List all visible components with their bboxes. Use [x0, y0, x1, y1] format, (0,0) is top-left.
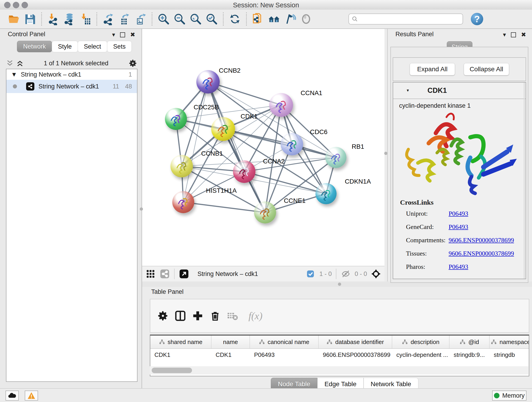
panel-float-icon[interactable] — [120, 32, 125, 37]
control-panel-tabs: NetworkStyleSelectSets — [17, 41, 132, 52]
homes-icon[interactable] — [267, 12, 281, 26]
birds-eye-grid-icon[interactable] — [145, 269, 156, 279]
gear-icon[interactable] — [156, 309, 170, 323]
node-label-CDC6: CDC6 — [310, 128, 327, 136]
panel-close-icon[interactable]: ✖ — [130, 31, 135, 38]
edge-RB1-CCNA2[interactable] — [244, 157, 336, 172]
cell-database-identifier[interactable]: 9606.ENSP00000378699 — [319, 349, 392, 361]
edge-HIST1H1A-CCNE1[interactable] — [183, 202, 265, 212]
help-icon[interactable]: ? — [471, 13, 483, 25]
column-header-database-identifier[interactable]: database identifier — [319, 336, 392, 348]
zoom-out-icon[interactable] — [173, 12, 186, 26]
node-CDC25B[interactable] — [165, 108, 187, 130]
gear-icon[interactable] — [128, 59, 138, 68]
expand-all-icon[interactable] — [16, 60, 24, 67]
section-collapse-icon[interactable]: ▼ — [406, 89, 410, 93]
crosslink-link[interactable]: 9606.ENSP00000378699 — [449, 236, 514, 244]
column-header-namespace[interactable]: namespace — [490, 336, 529, 348]
collapse-all-icon[interactable] — [6, 60, 14, 67]
fit-content-crosshair-icon[interactable] — [371, 269, 381, 279]
table-horizontal-scrollbar[interactable] — [150, 366, 528, 375]
node-CDK1[interactable] — [211, 117, 235, 141]
export-table-icon[interactable] — [118, 12, 131, 26]
cloud-button[interactable] — [6, 390, 19, 401]
columns-icon[interactable] — [173, 309, 187, 323]
trash-icon[interactable] — [208, 309, 222, 323]
import-table-icon[interactable] — [78, 12, 92, 26]
gene-section-header[interactable]: ▼ CDK1 — [393, 83, 526, 99]
node-CCNB2[interactable] — [196, 70, 220, 94]
cell-shared-name[interactable]: CDK1 — [150, 349, 211, 361]
memory-button[interactable]: Memory — [492, 390, 526, 401]
node-CCNA2[interactable] — [233, 160, 255, 183]
node-CDC6[interactable] — [281, 133, 303, 155]
hidden-eye-icon[interactable] — [341, 269, 351, 279]
panel-close-icon[interactable]: ✖ — [521, 31, 526, 38]
tab-sets[interactable]: Sets — [107, 41, 132, 52]
cell-description[interactable]: cyclin-dependent ... — [392, 349, 450, 361]
crosslink-link[interactable]: P06493 — [449, 210, 468, 217]
panel-menu-icon[interactable]: ▾ — [503, 31, 506, 38]
zoom-in-icon[interactable] — [157, 12, 171, 26]
splitter-handle[interactable] — [140, 207, 143, 211]
column-header-name[interactable]: name — [211, 336, 250, 348]
node-HIST1H1A[interactable] — [172, 191, 194, 213]
network-row-selected[interactable]: String Network – cdk1 11 48 — [6, 80, 137, 93]
add-icon[interactable] — [191, 309, 205, 323]
open-folder-icon[interactable] — [7, 12, 21, 26]
search-input[interactable] — [348, 13, 463, 25]
panel-float-icon[interactable] — [511, 32, 516, 37]
selected-checkbox-icon[interactable] — [305, 269, 316, 279]
edge-CCNB2-HIST1H1A[interactable] — [183, 82, 208, 202]
results-scrollbar[interactable] — [524, 83, 525, 279]
expand-all-button[interactable]: Expand All — [410, 63, 455, 75]
zoom-selected-icon[interactable] — [205, 12, 219, 26]
share-network-icon[interactable] — [159, 269, 170, 279]
column-header-description[interactable]: description — [392, 336, 450, 348]
collapse-all-button[interactable]: Collapse All — [464, 63, 509, 75]
search-field[interactable] — [358, 15, 455, 23]
delete-table-icon[interactable] — [225, 309, 240, 323]
tree-expand-icon[interactable]: ▼ — [11, 71, 17, 78]
table-panel: Table Panel f(x) shared namenamecanonica… — [142, 287, 532, 388]
refresh-icon[interactable] — [228, 12, 242, 26]
node-CCNE1[interactable] — [254, 201, 276, 223]
save-icon[interactable] — [23, 12, 37, 26]
column-header-canonical-name[interactable]: canonical name — [250, 336, 319, 348]
export-network-icon[interactable] — [101, 12, 115, 26]
hide-glasses-icon[interactable] — [283, 12, 297, 26]
splitter-handle[interactable] — [384, 152, 387, 155]
node-CDKN1A[interactable] — [316, 183, 336, 204]
cell--id[interactable]: stringdb:9... — [450, 349, 490, 361]
import-network-icon[interactable] — [46, 12, 60, 26]
import-database-icon[interactable] — [62, 12, 76, 26]
crosslink-label: Compartments: — [406, 236, 449, 244]
open-in-window-icon[interactable] — [179, 269, 189, 279]
column-header-shared-name[interactable]: shared name — [150, 336, 211, 348]
table-row[interactable]: CDK1CDK1P064939606.ENSP00000378699cyclin… — [150, 349, 529, 361]
eye-icon[interactable] — [299, 12, 313, 26]
crosslink-link[interactable]: 9606.ENSP00000378699 — [449, 250, 514, 257]
tab-style[interactable]: Style — [52, 41, 78, 52]
warning-button[interactable] — [25, 390, 38, 401]
cell-canonical-name[interactable]: P06493 — [250, 349, 319, 361]
tab-network[interactable]: Network — [17, 41, 52, 52]
panel-menu-icon[interactable]: ▾ — [112, 31, 115, 38]
crosslink-link[interactable]: P06493 — [449, 223, 468, 230]
share-document-icon[interactable] — [251, 12, 265, 26]
zoom-fit-icon[interactable] — [189, 12, 203, 26]
export-image-icon[interactable] — [133, 12, 147, 26]
network-canvas[interactable]: CCNB2CCNA1CDC25BCDK1CDC6RB1CCNB1CCNA2CDK… — [142, 29, 385, 266]
network-collection-row[interactable]: ▼ String Network – cdk1 1 — [6, 69, 137, 80]
crosslink-link[interactable]: P06493 — [449, 263, 468, 270]
cell-namespace[interactable]: stringdb — [490, 349, 529, 361]
splitter-handle[interactable] — [338, 283, 341, 286]
node-RB1[interactable] — [325, 147, 346, 168]
node-CCNA1[interactable] — [269, 93, 293, 117]
cell-name[interactable]: CDK1 — [211, 349, 250, 361]
column-header--id[interactable]: @id — [450, 336, 490, 348]
node-CCNB1[interactable] — [171, 155, 193, 177]
scrollbar-thumb[interactable] — [152, 368, 192, 373]
function-icon[interactable]: f(x) — [243, 309, 268, 323]
tab-select[interactable]: Select — [78, 41, 107, 52]
